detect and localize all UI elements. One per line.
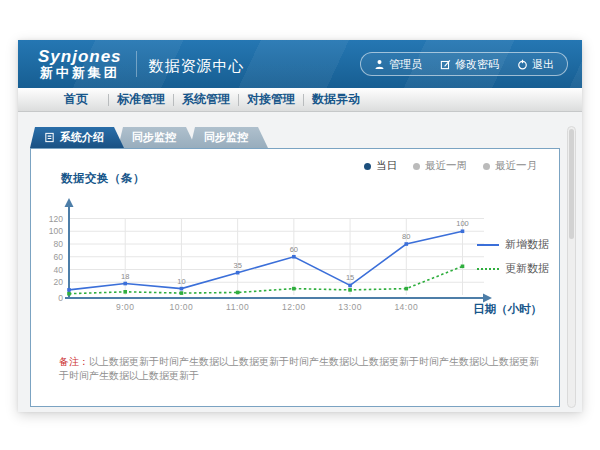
app-header: Synjones 新中新集团 数据资源中心 管理员 修改密码 退出	[18, 40, 582, 88]
tab-sync-monitor-2[interactable]: 同步监控	[190, 127, 268, 148]
svg-text:15: 15	[346, 273, 354, 282]
user-icon	[374, 59, 385, 70]
nav-item-data-change[interactable]: 数据异动	[304, 91, 368, 108]
app-window: Synjones 新中新集团 数据资源中心 管理员 修改密码 退出	[18, 40, 582, 412]
footnote-text: 以上数据更新于时间产生数据以上数据更新于时间产生数据以上数据更新于时间产生数据以…	[59, 356, 539, 381]
nav-item-system-mgmt[interactable]: 系统管理	[174, 91, 238, 108]
legend-label: 新增数据	[505, 237, 549, 252]
logout-button[interactable]: 退出	[508, 57, 563, 72]
logout-label: 退出	[532, 57, 554, 72]
svg-text:100: 100	[49, 226, 63, 236]
svg-text:13:00: 13:00	[338, 302, 362, 312]
user-toolbar: 管理员 修改密码 退出	[360, 52, 568, 76]
page-title: 数据资源中心	[149, 53, 245, 76]
svg-text:10:00: 10:00	[170, 302, 194, 312]
svg-text:14:00: 14:00	[394, 302, 418, 312]
content-area: 系统介绍 同步监控 同步监控 当日 最近一周	[18, 112, 582, 412]
tab-system-intro[interactable]: 系统介绍	[30, 127, 124, 148]
svg-text:80: 80	[402, 232, 410, 241]
header-divider	[136, 51, 137, 77]
user-menu-button[interactable]: 管理员	[365, 57, 431, 72]
legend-label: 更新数据	[505, 261, 549, 276]
dotted-line-swatch-icon	[477, 268, 499, 270]
range-option-last-month[interactable]: 最近一月	[483, 159, 537, 173]
svg-text:12:00: 12:00	[282, 302, 306, 312]
tab-sync-monitor-1[interactable]: 同步监控	[118, 127, 196, 148]
svg-text:40: 40	[54, 265, 64, 275]
user-name-label: 管理员	[389, 57, 422, 72]
logo-company-name: 新中新集团	[38, 65, 122, 80]
svg-text:9:00: 9:00	[116, 302, 135, 312]
range-option-label: 最近一月	[495, 159, 537, 173]
svg-text:20: 20	[54, 277, 64, 287]
chart-legend: 新增数据 更新数据	[477, 237, 549, 285]
nav-item-interface-mgmt[interactable]: 对接管理	[239, 91, 303, 108]
range-option-today[interactable]: 当日	[364, 159, 397, 173]
chart-panel: 当日 最近一周 最近一月 数据交换（条） 0204060801001209:00…	[30, 148, 560, 407]
x-axis-title: 日期（小时）	[473, 302, 542, 317]
legend-item-updated-data[interactable]: 更新数据	[477, 261, 549, 276]
edit-icon	[440, 59, 451, 70]
radio-dot-icon	[364, 163, 371, 170]
tab-label: 同步监控	[132, 131, 176, 143]
page-background: Synjones 新中新集团 数据资源中心 管理员 修改密码 退出	[0, 0, 600, 450]
svg-text:11:00: 11:00	[226, 302, 249, 312]
change-password-button[interactable]: 修改密码	[431, 57, 508, 72]
svg-text:60: 60	[290, 245, 298, 254]
range-option-label: 当日	[376, 159, 397, 173]
radio-dot-icon	[483, 163, 490, 170]
main-nav: 首页 标准管理 系统管理 对接管理 数据异动	[18, 88, 582, 112]
logo-wordmark: Synjones	[38, 48, 122, 65]
svg-text:0: 0	[58, 293, 63, 303]
tab-label: 同步监控	[204, 131, 248, 143]
solid-line-swatch-icon	[477, 244, 499, 246]
footnote-prefix: 备注：	[59, 356, 89, 367]
svg-text:100: 100	[456, 219, 469, 228]
range-option-last-week[interactable]: 最近一周	[413, 159, 467, 173]
tab-label: 系统介绍	[60, 127, 104, 148]
tab-bar: 系统介绍 同步监控 同步监控	[30, 127, 268, 148]
y-axis-title: 数据交换（条）	[61, 171, 145, 186]
svg-text:80: 80	[54, 239, 64, 249]
svg-text:35: 35	[233, 261, 241, 270]
range-option-label: 最近一周	[425, 159, 467, 173]
radio-dot-icon	[413, 163, 420, 170]
svg-text:60: 60	[54, 252, 64, 262]
nav-item-standard-mgmt[interactable]: 标准管理	[109, 91, 173, 108]
chart-svg: 0204060801001209:0010:0011:0012:0013:001…	[39, 195, 509, 325]
svg-text:10: 10	[177, 277, 185, 286]
nav-item-home[interactable]: 首页	[44, 91, 108, 108]
svg-text:120: 120	[49, 214, 63, 224]
footnote: 备注：以上数据更新于时间产生数据以上数据更新于时间产生数据以上数据更新于时间产生…	[59, 355, 545, 383]
power-icon	[517, 59, 528, 70]
scrollbar-track[interactable]	[567, 126, 576, 408]
document-icon	[44, 132, 55, 143]
range-selector: 当日 最近一周 最近一月	[364, 159, 537, 173]
svg-text:18: 18	[121, 272, 129, 281]
legend-item-new-data[interactable]: 新增数据	[477, 237, 549, 252]
change-password-label: 修改密码	[455, 57, 499, 72]
logo: Synjones 新中新集团	[38, 48, 122, 80]
scrollbar-thumb[interactable]	[569, 129, 574, 239]
